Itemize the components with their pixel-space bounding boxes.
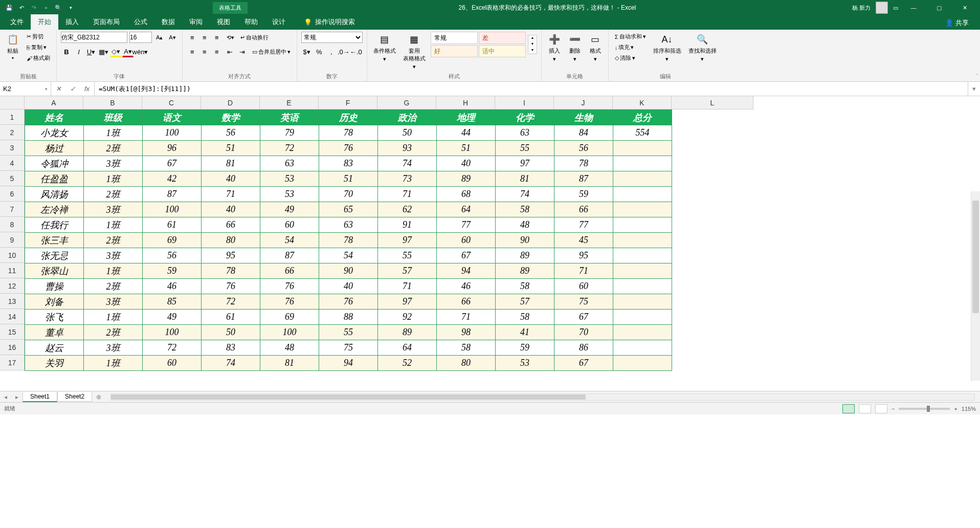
cell[interactable]: 57: [496, 294, 554, 310]
cell[interactable]: 2班: [84, 233, 143, 248]
cell[interactable]: 63: [496, 125, 554, 141]
tab-insert[interactable]: 插入: [58, 14, 86, 30]
column-header[interactable]: H: [436, 96, 495, 109]
find-select-button[interactable]: 🔍查找和选择▾: [686, 32, 719, 63]
increase-font-icon[interactable]: A▴: [154, 33, 165, 42]
format-cells-button[interactable]: ▭格式▾: [587, 32, 604, 63]
table-header-cell[interactable]: 政治: [378, 110, 437, 125]
cell[interactable]: 66: [202, 217, 260, 233]
cell[interactable]: 63: [260, 156, 319, 171]
cell[interactable]: 78: [202, 263, 260, 279]
cell[interactable]: 81: [260, 356, 319, 371]
cell[interactable]: 2班: [84, 279, 143, 294]
cell[interactable]: 80: [202, 233, 260, 248]
cell[interactable]: [613, 325, 672, 340]
cell[interactable]: 1班: [84, 171, 143, 187]
cell[interactable]: 50: [202, 325, 260, 340]
cell[interactable]: 64: [378, 340, 437, 356]
border-button[interactable]: ▦▾: [98, 46, 109, 57]
cell[interactable]: 89: [378, 325, 437, 340]
cell[interactable]: 72: [202, 294, 260, 310]
row-header[interactable]: 12: [0, 278, 25, 294]
tab-view[interactable]: 视图: [210, 14, 237, 30]
cell[interactable]: 100: [143, 202, 202, 217]
number-format-combo[interactable]: 常规: [301, 32, 363, 43]
cell[interactable]: [613, 310, 672, 325]
zoom-slider[interactable]: [899, 408, 950, 410]
row-header[interactable]: 11: [0, 263, 25, 278]
expand-formula-bar-icon[interactable]: ▾: [968, 82, 980, 96]
cell[interactable]: 71: [202, 187, 260, 202]
cell[interactable]: 73: [378, 171, 437, 187]
align-top-button[interactable]: ≡: [187, 32, 198, 43]
cell-styles-gallery[interactable]: 常规 差 好 适中: [431, 32, 526, 57]
table-header-cell[interactable]: 语文: [143, 110, 202, 125]
cell[interactable]: 94: [319, 356, 378, 371]
column-header[interactable]: G: [377, 96, 436, 109]
column-header[interactable]: F: [319, 96, 377, 109]
cell[interactable]: 98: [437, 325, 496, 340]
row-header[interactable]: 17: [0, 355, 25, 370]
cell[interactable]: 66: [554, 202, 613, 217]
table-header-cell[interactable]: 地理: [437, 110, 496, 125]
user-name[interactable]: 杨 新力: [852, 4, 871, 12]
page-break-view-button[interactable]: [875, 404, 887, 413]
collapse-ribbon-icon[interactable]: ˆ: [976, 74, 978, 79]
cell[interactable]: 71: [437, 310, 496, 325]
cell[interactable]: 51: [202, 141, 260, 156]
horizontal-scrollbar[interactable]: [110, 393, 975, 401]
insert-cells-button[interactable]: ➕插入▾: [546, 32, 563, 63]
cell[interactable]: 张翠山: [25, 263, 84, 279]
wrap-text-button[interactable]: ↵自动换行: [238, 33, 271, 42]
cell[interactable]: [613, 294, 672, 310]
cell[interactable]: 49: [143, 310, 202, 325]
select-all-corner[interactable]: [0, 96, 25, 109]
cell[interactable]: 42: [143, 171, 202, 187]
cell[interactable]: 57: [378, 263, 437, 279]
print-preview-icon[interactable]: 🔍: [54, 4, 62, 12]
cell[interactable]: 74: [496, 187, 554, 202]
cell[interactable]: 87: [143, 187, 202, 202]
tab-home[interactable]: 开始: [31, 14, 58, 30]
cell[interactable]: 51: [319, 171, 378, 187]
cell[interactable]: 46: [143, 279, 202, 294]
cell[interactable]: [613, 202, 672, 217]
cell[interactable]: 74: [378, 156, 437, 171]
cell[interactable]: 1班: [84, 217, 143, 233]
row-header[interactable]: 3: [0, 140, 25, 156]
column-header[interactable]: A: [25, 96, 83, 109]
cell[interactable]: 78: [319, 233, 378, 248]
name-box-input[interactable]: [3, 85, 34, 93]
table-header-cell[interactable]: 化学: [496, 110, 554, 125]
cell[interactable]: 张飞: [25, 310, 84, 325]
bold-button[interactable]: B: [61, 46, 72, 57]
cell[interactable]: 76: [202, 279, 260, 294]
cell[interactable]: 100: [260, 325, 319, 340]
column-header[interactable]: K: [613, 96, 672, 109]
cell[interactable]: 3班: [84, 156, 143, 171]
cell[interactable]: 83: [202, 340, 260, 356]
cell[interactable]: 60: [554, 279, 613, 294]
cell[interactable]: [613, 279, 672, 294]
cell[interactable]: [613, 141, 672, 156]
cell[interactable]: 任我行: [25, 217, 84, 233]
cell[interactable]: 63: [319, 217, 378, 233]
align-middle-button[interactable]: ≡: [199, 32, 210, 43]
cell[interactable]: 67: [143, 156, 202, 171]
cell[interactable]: 3班: [84, 340, 143, 356]
cell[interactable]: 48: [496, 217, 554, 233]
cell[interactable]: 97: [378, 294, 437, 310]
cell[interactable]: 87: [260, 248, 319, 263]
cell[interactable]: 张三丰: [25, 233, 84, 248]
sort-filter-button[interactable]: A↓排序和筛选▾: [651, 32, 683, 63]
cell[interactable]: 70: [319, 187, 378, 202]
cell[interactable]: 40: [319, 279, 378, 294]
cell[interactable]: 任盈盈: [25, 171, 84, 187]
normal-view-button[interactable]: [842, 404, 855, 413]
style-normal[interactable]: 常规: [431, 32, 478, 44]
cell[interactable]: [613, 187, 672, 202]
enter-formula-icon[interactable]: ✓: [65, 85, 80, 93]
table-header-cell[interactable]: 历史: [319, 110, 378, 125]
column-header[interactable]: L: [672, 96, 753, 109]
cell[interactable]: 92: [378, 310, 437, 325]
